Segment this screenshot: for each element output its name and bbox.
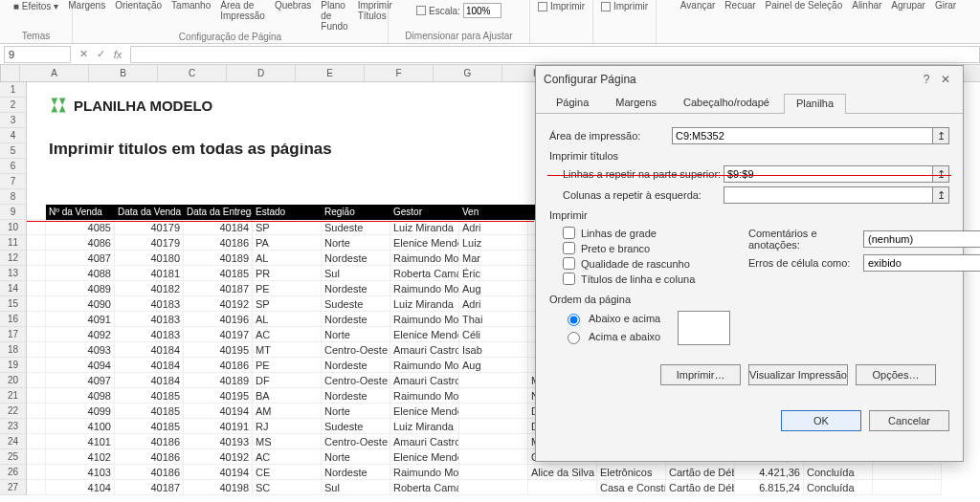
column-header[interactable]: B [89, 65, 158, 81]
table-cell[interactable]: Amauri Castro [390, 373, 459, 388]
table-cell[interactable]: 40179 [115, 220, 184, 235]
print-headings-check[interactable]: Imprimir [597, 0, 652, 12]
breaks-button[interactable]: Quebras [271, 0, 315, 11]
print-area-button[interactable]: Área de Impressão [216, 0, 269, 21]
table-cell[interactable]: 4089 [46, 281, 115, 296]
column-header[interactable]: E [296, 65, 365, 81]
table-cell[interactable]: Raimundo Mora [390, 358, 459, 373]
table-cell[interactable] [459, 419, 528, 434]
row-header[interactable]: 27 [0, 480, 27, 495]
table-cell[interactable]: Sul [322, 266, 390, 281]
print-gridlines-check[interactable]: Imprimir [534, 0, 589, 12]
table-cell[interactable]: Elenice Mendes [390, 404, 459, 419]
table-cell[interactable]: 40185 [115, 388, 184, 404]
table-cell[interactable]: 40183 [115, 296, 184, 312]
table-cell[interactable]: 40187 [115, 480, 184, 495]
name-box[interactable]: 9 [4, 46, 71, 63]
table-cell[interactable]: 4094 [46, 358, 115, 373]
table-cell[interactable]: Concluída [804, 480, 873, 495]
row-header[interactable]: 7 [0, 174, 27, 189]
table-cell[interactable]: 40194 [184, 465, 253, 480]
enter-formula-icon[interactable]: ✓ [92, 46, 109, 63]
table-cell[interactable]: Cartão de Débit [666, 465, 735, 480]
table-cell[interactable]: Thai [459, 312, 528, 327]
table-cell[interactable]: 40189 [184, 373, 253, 388]
table-cell[interactable]: Adri [459, 220, 528, 235]
column-header[interactable]: A [20, 65, 89, 81]
row-header[interactable]: 23 [0, 419, 27, 434]
table-cell[interactable]: Raimundo Mora [390, 312, 459, 327]
row-header[interactable]: 11 [0, 235, 27, 251]
table-cell[interactable]: Norte [322, 327, 390, 342]
tab-margins[interactable]: Margens [603, 93, 669, 113]
rotate-button[interactable]: Girar [931, 0, 960, 11]
table-cell[interactable]: Centro-Oeste [322, 434, 390, 449]
row-header[interactable]: 21 [0, 388, 27, 404]
table-cell[interactable]: Norte [322, 404, 390, 419]
table-cell[interactable]: 40179 [115, 235, 184, 251]
row-header[interactable]: 16 [0, 312, 27, 327]
table-cell[interactable]: Casa e Construç [597, 480, 666, 495]
table-cell[interactable]: 40182 [115, 281, 184, 296]
table-cell[interactable]: MS [253, 434, 322, 449]
table-cell[interactable]: 40180 [115, 251, 184, 266]
table-cell[interactable]: PE [253, 358, 322, 373]
table-cell[interactable]: 40186 [184, 358, 253, 373]
table-cell[interactable]: Aug [459, 281, 528, 296]
scale-input[interactable] [463, 3, 501, 18]
table-cell[interactable]: 40184 [184, 220, 253, 235]
table-cell[interactable]: 4086 [46, 235, 115, 251]
table-cell[interactable] [459, 434, 528, 449]
selection-pane-button[interactable]: Painel de Seleção [762, 0, 847, 11]
rowcol-titles-checkbox[interactable] [563, 273, 575, 285]
align-button[interactable]: Alinhar [848, 0, 885, 11]
cancel-formula-icon[interactable]: ✕ [75, 46, 92, 63]
table-cell[interactable]: 4087 [46, 251, 115, 266]
column-header[interactable]: C [158, 65, 227, 81]
table-cell[interactable]: 40184 [115, 358, 184, 373]
table-cell[interactable]: 40186 [115, 449, 184, 465]
ok-button[interactable]: OK [781, 410, 861, 431]
row-header[interactable]: 22 [0, 404, 27, 419]
row-header[interactable]: 8 [0, 189, 27, 205]
table-cell[interactable]: 4.421,36 [735, 465, 804, 480]
table-cell[interactable]: SC [253, 480, 322, 495]
table-cell[interactable]: Elenice Mendes [390, 449, 459, 465]
table-cell[interactable]: SP [253, 296, 322, 312]
table-cell[interactable]: Norte [322, 235, 390, 251]
table-cell[interactable]: Raimundo Mora [390, 388, 459, 404]
table-cell[interactable]: PR [253, 266, 322, 281]
scale-checkbox[interactable] [416, 6, 426, 15]
table-cell[interactable]: AC [253, 449, 322, 465]
row-header[interactable]: 15 [0, 296, 27, 312]
order-down-radio[interactable] [568, 314, 580, 326]
table-cell[interactable]: 40184 [115, 342, 184, 358]
table-cell[interactable]: 4101 [46, 434, 115, 449]
row-header[interactable]: 6 [0, 159, 27, 174]
table-cell[interactable]: Mar [459, 251, 528, 266]
draft-checkbox[interactable] [563, 257, 575, 270]
row-header[interactable]: 13 [0, 266, 27, 281]
group-button[interactable]: Agrupar [887, 0, 929, 11]
options-button[interactable]: Opções… [856, 364, 936, 385]
table-cell[interactable]: 4091 [46, 312, 115, 327]
table-cell[interactable]: CE [253, 465, 322, 480]
table-cell[interactable]: Norte [322, 449, 390, 465]
table-cell[interactable]: Céli [459, 327, 528, 342]
table-cell[interactable]: 40185 [115, 419, 184, 434]
cancel-button[interactable]: Cancelar [869, 410, 949, 431]
table-cell[interactable]: MT [253, 342, 322, 358]
row-header[interactable]: 12 [0, 251, 27, 266]
table-cell[interactable]: SP [253, 220, 322, 235]
table-cell[interactable]: 40192 [184, 296, 253, 312]
table-cell[interactable]: 40191 [184, 419, 253, 434]
bring-forward-button[interactable]: Avançar [677, 0, 720, 11]
row-header[interactable]: 24 [0, 434, 27, 449]
order-over-radio[interactable] [568, 332, 580, 344]
background-button[interactable]: Plano de Fundo [317, 0, 351, 32]
table-cell[interactable] [459, 388, 528, 404]
table-cell[interactable]: 40185 [115, 404, 184, 419]
table-cell[interactable]: Centro-Oeste [322, 373, 390, 388]
table-cell[interactable]: AC [253, 327, 322, 342]
table-cell[interactable]: Centro-Oeste [322, 342, 390, 358]
